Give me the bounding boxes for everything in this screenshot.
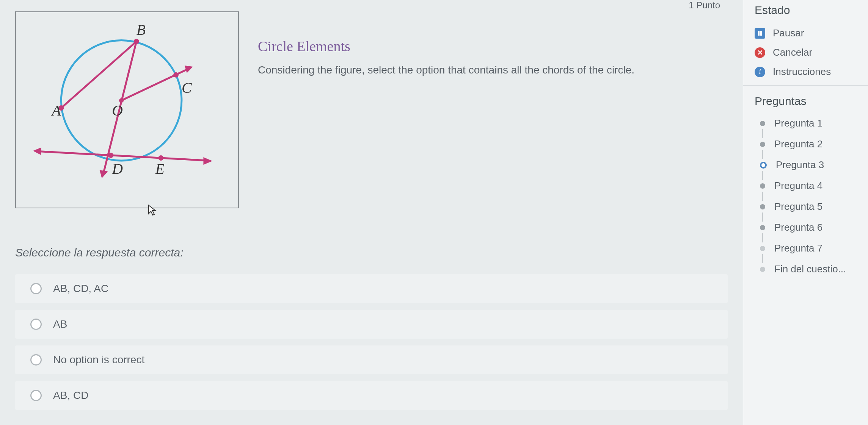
svg-rect-15 <box>758 31 760 36</box>
pausar-button[interactable]: Pausar <box>743 23 868 43</box>
points-label: 1 Punto <box>689 0 720 11</box>
info-icon: i <box>755 67 765 77</box>
content-row: B A O C D E Circle Elements Considering … <box>15 11 728 208</box>
option-4[interactable]: AB, CD <box>15 381 728 410</box>
question-nav-1[interactable]: Pregunta 1 <box>755 113 857 134</box>
dot-icon <box>760 204 765 209</box>
preguntas-title: Preguntas <box>755 89 857 113</box>
question-nav-label: Pregunta 1 <box>774 117 822 129</box>
radio-icon <box>30 319 42 330</box>
label-D: D <box>111 161 123 177</box>
question-nav-label: Pregunta 2 <box>774 138 822 150</box>
question-nav-3[interactable]: Pregunta 3 <box>755 155 857 175</box>
instrucciones-button[interactable]: i Instrucciones <box>743 62 868 81</box>
divider <box>743 85 868 86</box>
option-label: AB, CD, AC <box>53 283 108 295</box>
option-label: AB, CD <box>53 389 88 402</box>
option-label: AB <box>53 318 67 330</box>
question-nav-label: Fin del cuestio... <box>774 263 846 275</box>
label-E: E <box>155 161 164 177</box>
instrucciones-label: Instrucciones <box>773 66 831 78</box>
question-nav-6[interactable]: Pregunta 6 <box>755 217 857 238</box>
question-nav-4[interactable]: Pregunta 4 <box>755 175 857 196</box>
question-nav-2[interactable]: Pregunta 2 <box>755 134 857 155</box>
svg-rect-16 <box>760 31 762 36</box>
question-nav-label: Pregunta 4 <box>774 180 822 192</box>
question-list: Preguntas Pregunta 1 Pregunta 2 Pregunta… <box>743 89 868 280</box>
dot-icon <box>760 246 765 251</box>
svg-marker-12 <box>203 157 212 165</box>
svg-marker-11 <box>33 147 41 155</box>
question-nav-label: Pregunta 5 <box>774 201 822 212</box>
label-C: C <box>182 80 192 96</box>
answer-instruction: Seleccione la respuesta correcta: <box>15 246 728 259</box>
svg-marker-6 <box>100 170 108 178</box>
question-body: Circle Elements Considering the figure, … <box>258 11 728 208</box>
pause-icon <box>755 28 765 39</box>
estado-title: Estado <box>743 0 868 23</box>
radio-icon <box>30 354 42 366</box>
svg-marker-8 <box>185 66 193 73</box>
options-list: AB, CD, AC AB No option is correct AB, C… <box>15 274 728 410</box>
cancel-icon: ✕ <box>755 47 765 58</box>
dot-icon <box>760 121 765 126</box>
svg-point-9 <box>173 72 179 78</box>
cursor-icon <box>148 205 157 219</box>
dot-current-icon <box>760 162 767 169</box>
radio-icon <box>30 283 42 294</box>
label-A: A <box>51 102 61 119</box>
option-1[interactable]: AB, CD, AC <box>15 274 728 303</box>
connector-line <box>762 150 763 159</box>
dot-icon <box>760 225 765 230</box>
question-nav-label: Pregunta 6 <box>774 222 822 233</box>
circle-diagram: B A O C D E <box>16 12 238 208</box>
sidebar: Estado Pausar ✕ Cancelar i Instrucciones… <box>743 0 868 425</box>
dot-icon <box>760 183 765 189</box>
pausar-label: Pausar <box>773 27 804 39</box>
cancelar-button[interactable]: ✕ Cancelar <box>743 43 868 62</box>
top-bar: 1 Punto <box>15 0 728 11</box>
svg-point-14 <box>158 155 163 161</box>
dot-icon <box>760 267 765 272</box>
question-nav-7[interactable]: Pregunta 7 <box>755 238 857 259</box>
question-nav-end[interactable]: Fin del cuestio... <box>755 259 857 280</box>
radio-icon <box>30 390 42 401</box>
question-title: Circle Elements <box>258 38 728 55</box>
main-content: 1 Punto <box>0 0 743 425</box>
question-nav-label: Pregunta 3 <box>776 159 824 171</box>
svg-point-13 <box>108 153 113 158</box>
question-nav-label: Pregunta 7 <box>774 242 822 254</box>
label-B: B <box>137 22 146 38</box>
connector-line <box>762 192 763 201</box>
question-nav-5[interactable]: Pregunta 5 <box>755 196 857 217</box>
connector-line <box>762 171 763 180</box>
connector-line <box>762 129 763 138</box>
option-label: No option is correct <box>53 354 144 366</box>
connector-line <box>762 233 763 242</box>
svg-line-10 <box>37 151 208 161</box>
dot-icon <box>760 142 765 147</box>
cancelar-label: Cancelar <box>773 47 812 58</box>
figure-box: B A O C D E <box>15 11 239 208</box>
option-2[interactable]: AB <box>15 310 728 339</box>
question-prompt: Considering the figure, select the optio… <box>258 62 728 78</box>
label-O: O <box>112 102 123 119</box>
connector-line <box>762 212 763 222</box>
connector-line <box>762 254 763 263</box>
option-3[interactable]: No option is correct <box>15 345 728 374</box>
